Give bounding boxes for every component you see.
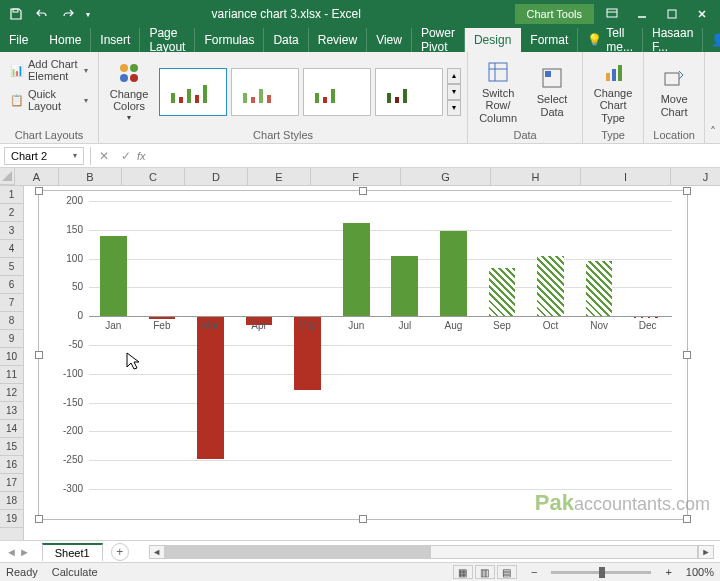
resize-handle[interactable] [35, 187, 43, 195]
change-colors-button[interactable]: Change Colors▾ [105, 58, 153, 125]
move-chart-button[interactable]: Move Chart [650, 63, 698, 119]
row-header[interactable]: 3 [0, 222, 23, 240]
tab-formulas[interactable]: Formulas [195, 28, 264, 52]
page-layout-view-icon[interactable]: ▥ [475, 565, 495, 579]
cancel-formula-icon[interactable]: ✕ [93, 146, 115, 166]
gallery-up-icon[interactable]: ▴ [447, 68, 461, 84]
scroll-thumb[interactable] [166, 546, 432, 558]
sheet-tab-sheet1[interactable]: Sheet1 [42, 543, 103, 561]
scroll-right-icon[interactable]: ► [698, 545, 714, 559]
collapse-ribbon-icon[interactable]: ˄ [705, 52, 720, 143]
col-header-F[interactable]: F [311, 168, 401, 185]
tab-insert[interactable]: Insert [91, 28, 140, 52]
tab-page-layout[interactable]: Page Layout [140, 28, 195, 52]
sheet-nav-next-icon[interactable]: ► [19, 546, 30, 558]
row-header[interactable]: 15 [0, 438, 23, 456]
resize-handle[interactable] [359, 515, 367, 523]
gallery-more-icon[interactable]: ▾ [447, 100, 461, 116]
row-header[interactable]: 6 [0, 276, 23, 294]
tab-format[interactable]: Format [521, 28, 578, 52]
row-header[interactable]: 14 [0, 420, 23, 438]
add-sheet-button[interactable]: + [111, 543, 129, 561]
quick-layout-button[interactable]: 📋Quick Layout▾ [6, 86, 92, 114]
row-header[interactable]: 19 [0, 510, 23, 528]
maximize-icon[interactable] [658, 3, 686, 25]
tab-file[interactable]: File [0, 28, 40, 52]
chart-bar[interactable] [440, 231, 467, 316]
change-chart-type-button[interactable]: Change Chart Type [589, 57, 637, 125]
row-header[interactable]: 9 [0, 330, 23, 348]
tab-design[interactable]: Design [465, 28, 521, 52]
close-icon[interactable] [688, 3, 716, 25]
tab-review[interactable]: Review [309, 28, 367, 52]
tab-data[interactable]: Data [264, 28, 308, 52]
row-header[interactable]: 2 [0, 204, 23, 222]
col-header-C[interactable]: C [122, 168, 185, 185]
row-header[interactable]: 11 [0, 366, 23, 384]
chart-bar[interactable] [489, 268, 516, 316]
enter-formula-icon[interactable]: ✓ [115, 146, 137, 166]
select-data-button[interactable]: Select Data [528, 63, 576, 119]
row-header[interactable]: 7 [0, 294, 23, 312]
row-header[interactable]: 10 [0, 348, 23, 366]
col-header-J[interactable]: J [671, 168, 720, 185]
chart-bar[interactable] [197, 316, 224, 459]
chart-bar[interactable] [343, 223, 370, 316]
row-header[interactable]: 18 [0, 492, 23, 510]
select-all-triangle[interactable] [0, 168, 15, 185]
switch-row-column-button[interactable]: Switch Row/ Column [474, 57, 522, 125]
row-header[interactable]: 17 [0, 474, 23, 492]
chart-bar[interactable] [391, 256, 418, 316]
redo-icon[interactable] [56, 3, 80, 25]
chart-style-4[interactable] [375, 68, 443, 116]
col-header-B[interactable]: B [59, 168, 122, 185]
scroll-left-icon[interactable]: ◄ [149, 545, 165, 559]
ribbon-options-icon[interactable] [598, 3, 626, 25]
save-icon[interactable] [4, 3, 28, 25]
embedded-chart[interactable]: -300-250-200-150-100-50050100150200JanFe… [38, 190, 688, 520]
zoom-out-icon[interactable]: − [531, 566, 537, 578]
share-button[interactable]: 👤Share [703, 28, 720, 52]
resize-handle[interactable] [35, 515, 43, 523]
col-header-A[interactable]: A [15, 168, 59, 185]
row-header[interactable]: 8 [0, 312, 23, 330]
col-header-H[interactable]: H [491, 168, 581, 185]
scroll-track[interactable] [165, 545, 698, 559]
chart-bar[interactable] [537, 256, 564, 316]
row-header[interactable]: 4 [0, 240, 23, 258]
name-box[interactable]: Chart 2▾ [4, 147, 84, 165]
formula-input[interactable] [152, 148, 720, 164]
resize-handle[interactable] [359, 187, 367, 195]
tell-me-search[interactable]: 💡Tell me... [578, 28, 643, 52]
row-header[interactable]: 1 [0, 186, 23, 204]
qat-dropdown-icon[interactable]: ▾ [82, 3, 94, 25]
zoom-in-icon[interactable]: + [665, 566, 671, 578]
resize-handle[interactable] [683, 515, 691, 523]
resize-handle[interactable] [683, 187, 691, 195]
user-account[interactable]: Hasaan F... [643, 28, 703, 52]
tab-view[interactable]: View [367, 28, 412, 52]
tab-home[interactable]: Home [40, 28, 91, 52]
chart-bar[interactable] [100, 236, 127, 317]
zoom-slider[interactable] [551, 571, 651, 574]
cells-area[interactable]: -300-250-200-150-100-50050100150200JanFe… [24, 186, 720, 540]
sheet-nav-prev-icon[interactable]: ◄ [6, 546, 17, 558]
tab-power-pivot[interactable]: Power Pivot [412, 28, 465, 52]
horizontal-scrollbar[interactable]: ◄ ► [149, 545, 714, 559]
row-header[interactable]: 13 [0, 402, 23, 420]
zoom-thumb[interactable] [599, 567, 605, 578]
row-header[interactable]: 12 [0, 384, 23, 402]
resize-handle[interactable] [35, 351, 43, 359]
col-header-I[interactable]: I [581, 168, 671, 185]
col-header-G[interactable]: G [401, 168, 491, 185]
chart-style-2[interactable] [231, 68, 299, 116]
resize-handle[interactable] [683, 351, 691, 359]
col-header-D[interactable]: D [185, 168, 248, 185]
add-chart-element-button[interactable]: 📊Add Chart Element▾ [6, 56, 92, 84]
undo-icon[interactable] [30, 3, 54, 25]
col-header-E[interactable]: E [248, 168, 311, 185]
normal-view-icon[interactable]: ▦ [453, 565, 473, 579]
chart-style-1[interactable] [159, 68, 227, 116]
minimize-icon[interactable] [628, 3, 656, 25]
row-header[interactable]: 5 [0, 258, 23, 276]
